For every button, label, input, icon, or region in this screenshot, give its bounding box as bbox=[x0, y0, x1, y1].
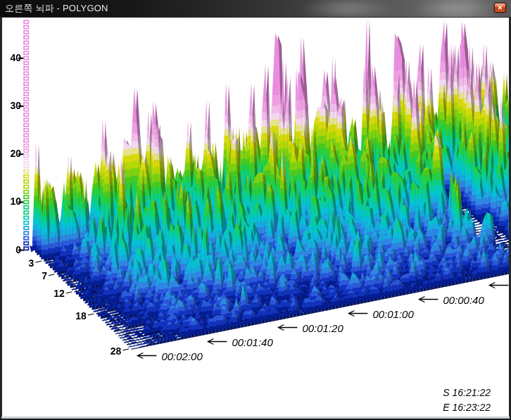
close-icon: ✕ bbox=[498, 4, 503, 11]
app-window: 오른쪽 뇌파 - POLYGON ✕ S 16:21:22 E 16:23:22… bbox=[0, 0, 511, 420]
titlebar-glow bbox=[412, 0, 496, 17]
close-button[interactable]: ✕ bbox=[494, 3, 506, 13]
titlebar-glow bbox=[299, 0, 398, 17]
spectrogram-canvas bbox=[0, 0, 511, 420]
window-titlebar[interactable]: 오른쪽 뇌파 - POLYGON ✕ bbox=[0, 0, 511, 17]
window-title: 오른쪽 뇌파 - POLYGON bbox=[5, 0, 108, 17]
